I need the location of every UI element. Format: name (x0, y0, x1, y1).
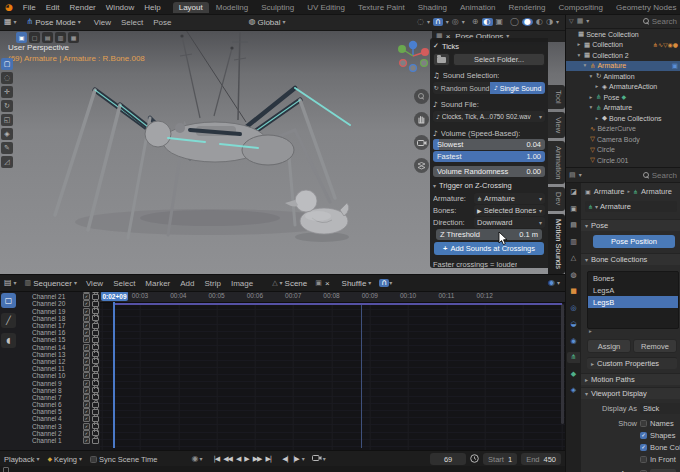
channel-mute-checkbox[interactable]: ✓ (83, 408, 90, 415)
channel-mute-checkbox[interactable]: ✓ (83, 293, 90, 300)
expand-arrow[interactable]: ▸ (588, 95, 594, 101)
folder-button[interactable] (433, 53, 450, 66)
outliner-row[interactable]: ▦ Scene Collection ◆ ⋔∿▽◉● ▣ (566, 29, 680, 40)
expand-arrow[interactable]: ▾ (582, 63, 588, 69)
sequencer-menu-item[interactable]: Select (108, 279, 140, 288)
topbar-menu-item[interactable]: Help (139, 3, 165, 12)
properties-tab[interactable]: ◆ (567, 369, 580, 380)
pivot-point-icon[interactable]: ◌ (417, 18, 424, 26)
channel-mute-checkbox[interactable]: ✓ (83, 430, 90, 437)
topbar-menu-item[interactable]: File (18, 3, 41, 12)
shading-rendered-icon[interactable]: ◑ (546, 18, 553, 26)
fastest-slider[interactable]: Fastest1.00 (433, 151, 545, 162)
collection-list-item[interactable]: LegsB (588, 296, 678, 308)
channel-row[interactable]: Channel 15 ✓ (20, 336, 100, 343)
panel-header-ticks[interactable]: ✓ Ticks (433, 41, 545, 52)
select-box-icon[interactable]: ▢ (29, 32, 40, 43)
playback-menu[interactable]: Playback▾ (0, 455, 43, 464)
viewport-menu-item[interactable]: Select (116, 18, 148, 27)
channel-mute-checkbox[interactable]: ✓ (83, 415, 90, 422)
shading-solid-icon[interactable]: ● (522, 18, 533, 26)
chevron-down-icon[interactable]: ▾ (446, 19, 449, 25)
npanel-tab[interactable]: Dev (548, 187, 565, 210)
start-frame-field[interactable]: Start1 (483, 453, 517, 465)
properties-tab[interactable]: ▥ (567, 237, 580, 248)
select-folder-button[interactable]: Select Folder... (453, 53, 545, 66)
slowest-slider[interactable]: Slowest0.04 (433, 139, 545, 150)
chevron-down-icon[interactable]: ▾ (556, 19, 559, 25)
channel-row[interactable]: Channel 16 ✓ (20, 329, 100, 336)
viewport-3d[interactable]: ▣ ▢ ▤ ▥ ▦ User Perspective (69) Armature… (0, 30, 565, 274)
channel-mute-checkbox[interactable]: ✓ (83, 300, 90, 307)
perspective-toggle-button[interactable] (414, 158, 429, 173)
workspace-tab[interactable]: UV Editing (301, 2, 351, 13)
xray-toggle-icon[interactable]: ▣ (496, 18, 504, 26)
channel-row[interactable]: Channel 8 ✓ (20, 387, 100, 394)
sync-scene-time[interactable]: Sync Scene Time (86, 455, 161, 464)
measure-tool[interactable]: ◿ (1, 156, 13, 168)
channel-row[interactable]: Channel 6 ✓ (20, 401, 100, 408)
transport-button[interactable]: ◀◀ (221, 456, 234, 463)
workspace-tab[interactable]: Texture Paint (352, 2, 411, 13)
properties-tab[interactable]: ◪ (567, 187, 580, 198)
channel-row[interactable]: Channel 11 ✓ (20, 365, 100, 372)
channel-mute-checkbox[interactable]: ✓ (83, 351, 90, 358)
outliner-row[interactable]: ▽ Circle ◆ ⋔∿▽◉● ▣ (566, 145, 680, 156)
sync-checkbox[interactable] (90, 456, 97, 463)
outliner-row[interactable]: ▾ ▦ Collection 2 ◆ ⋔∿▽◉● ▣ (566, 50, 680, 61)
select-box-tool[interactable]: ▢ (1, 58, 13, 70)
transform-tool[interactable]: ◈ (1, 128, 13, 140)
motion-paths-header[interactable]: ▸Motion Paths (581, 373, 680, 385)
channel-mute-checkbox[interactable]: ✓ (83, 423, 90, 430)
npanel-tab[interactable]: View (548, 112, 565, 138)
single-sound-toggle[interactable]: ♪ Single Sound (490, 82, 545, 94)
channel-lock-icon[interactable] (92, 438, 99, 444)
properties-tab[interactable]: ◒ (567, 319, 580, 330)
transport-button[interactable]: ◀ (234, 456, 242, 463)
channel-mute-checkbox[interactable]: ✓ (83, 358, 90, 365)
channel-row[interactable]: Channel 18 ✓ (20, 315, 100, 322)
properties-tab[interactable]: ■ (567, 286, 580, 297)
scene-selector[interactable]: △ ▾ Scene (268, 279, 311, 288)
channel-mute-checkbox[interactable]: ✓ (83, 394, 90, 401)
outliner-row[interactable]: ▽ Camera Body ◆ ⋔∿▽◉● ▣ (566, 134, 680, 145)
outliner-row[interactable]: ▾ ⋔ Armature ◆ ⋔∿▽◉● ▣ (566, 103, 680, 114)
breadcrumb-data[interactable]: Armature (641, 187, 672, 196)
tweak-tool-icon[interactable]: ▣ (16, 32, 27, 43)
camera-view-button[interactable] (414, 135, 429, 150)
prev-frame-button[interactable]: ◀| (280, 456, 290, 463)
npanel-tab[interactable]: Tool (548, 85, 565, 109)
channel-row[interactable]: Channel 9 ✓ (20, 379, 100, 386)
trigger-section-header[interactable]: ▾ Trigger on Z-Crossing (433, 180, 545, 191)
snap-magnet-icon[interactable]: ∩ (433, 18, 443, 26)
properties-tab[interactable]: ◎ (567, 303, 580, 314)
chevron-down-icon[interactable]: ▾ (427, 19, 430, 25)
outliner-row[interactable]: ▸ ◈ ArmatureAction ◆ ⋔∿▽◉● ▣ (566, 82, 680, 93)
unlink-icon[interactable]: × (325, 279, 330, 288)
sample-tool[interactable]: ◖ (1, 333, 16, 348)
chevron-down-icon[interactable]: ▾ (302, 456, 305, 462)
sequencer-view-mode[interactable]: ▥ Sequencer ▾ (21, 279, 81, 288)
workspace-tab[interactable]: Sculpting (255, 2, 300, 13)
pan-hand-button[interactable] (414, 112, 429, 127)
transport-button[interactable]: ▶ (242, 456, 250, 463)
mode-selector[interactable]: ⋔ Pose Mode ▾ (23, 18, 85, 27)
chevron-down-icon[interactable]: ▾ (586, 18, 589, 24)
properties-tab[interactable]: ◈ (567, 385, 580, 396)
select-extend-icon[interactable]: ▤ (42, 32, 53, 43)
channel-mute-checkbox[interactable]: ✓ (83, 372, 90, 379)
volume-randomness-slider[interactable]: Volume Randomness0.00 (433, 166, 545, 177)
properties-tab[interactable]: ⋔ (567, 352, 580, 363)
random-sound-toggle[interactable]: ↻ Random Sound (433, 82, 490, 94)
channel-mute-checkbox[interactable]: ✓ (83, 308, 90, 315)
overlays-toggle-icon[interactable]: ◐ (482, 18, 493, 26)
editor-type-button[interactable]: ▤ ▾ (0, 279, 21, 287)
camera-toggle-button[interactable] (312, 454, 322, 464)
properties-editor-icon[interactable]: ▤ (569, 172, 576, 179)
overlay-icon[interactable]: ◉ (548, 279, 555, 287)
use-preview-range-icon[interactable] (470, 454, 479, 465)
expand-arrow[interactable]: ▾ (588, 105, 594, 111)
playhead-frame-label[interactable]: 0:02+09 (101, 291, 128, 301)
workspace-tab[interactable]: Shading (412, 2, 453, 13)
navigation-gizmo[interactable] (395, 38, 431, 74)
